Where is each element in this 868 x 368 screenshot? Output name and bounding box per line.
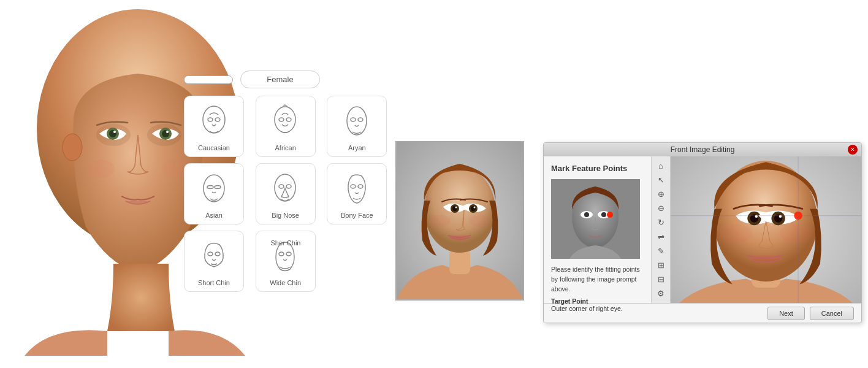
zoom-in-icon[interactable]: ⊕ [654, 188, 668, 200]
svg-point-31 [279, 252, 284, 256]
face-card-african[interactable]: African [256, 96, 316, 157]
panel-close-btn[interactable]: ✕ [848, 145, 858, 155]
svg-point-61 [780, 224, 813, 243]
svg-point-20 [358, 118, 363, 121]
face-card-shortchin[interactable]: Short Chin [184, 231, 244, 292]
svg-point-17 [286, 118, 291, 121]
female-btn[interactable]: Female [240, 71, 320, 88]
svg-point-9 [63, 134, 82, 161]
face-card-asian-label: Asian [205, 212, 223, 219]
face-card-aryan[interactable]: Aryan [327, 96, 387, 157]
face-card-aryan-label: Aryan [348, 144, 366, 151]
home-icon[interactable]: ⌂ [654, 160, 668, 172]
panel-main-image [671, 156, 861, 303]
svg-point-23 [215, 186, 221, 189]
svg-point-41 [474, 207, 476, 209]
feature-thumb-svg [551, 179, 640, 259]
layers-icon[interactable]: ⊟ [654, 274, 668, 285]
pen-icon[interactable]: ✎ [654, 245, 668, 257]
svg-point-16 [279, 118, 284, 121]
feature-description: Please identify the fitting points by fo… [551, 265, 644, 294]
panel-left-info: Mark Feature Points [544, 156, 651, 303]
blank-btn[interactable] [184, 75, 233, 84]
face-type-grid: Caucasian African Ar [184, 96, 392, 292]
svg-point-18 [347, 107, 367, 135]
face-card-asian[interactable]: Asian [184, 163, 244, 224]
face-selector-panel: Female Caucasian [184, 71, 392, 292]
svg-point-38 [455, 207, 457, 209]
svg-point-32 [286, 252, 291, 256]
svg-point-21 [204, 175, 224, 202]
svg-point-43 [469, 215, 491, 227]
svg-point-50 [607, 212, 613, 218]
svg-point-60 [719, 224, 752, 243]
editing-panel: Front Image Editing ✕ Mark Feature Point… [543, 142, 862, 323]
svg-point-42 [428, 215, 451, 227]
cancel-button[interactable]: Cancel [810, 307, 854, 320]
grid-icon[interactable]: ⊞ [654, 259, 668, 271]
zoom-out-icon[interactable]: ⊖ [654, 202, 668, 214]
next-button[interactable]: Next [767, 307, 805, 320]
svg-point-26 [286, 185, 291, 188]
face-card-bignose[interactable]: Big Nose [256, 163, 316, 224]
svg-point-29 [208, 252, 213, 256]
svg-point-27 [351, 185, 356, 188]
svg-point-22 [207, 186, 213, 189]
panel-title: Front Image Editing [671, 145, 735, 154]
panel-toolbar: ⌂ ↖ ⊕ ⊖ ↻ ⇌ ✎ ⊞ ⊟ ⚙ [651, 156, 671, 303]
svg-point-25 [279, 185, 284, 188]
face-card-caucasian[interactable]: Caucasian [184, 96, 244, 157]
panel-header: Front Image Editing ✕ [544, 143, 861, 156]
svg-point-49 [601, 212, 606, 217]
photo-area [395, 141, 524, 301]
face-card-widechin-label: Wide Chin [270, 279, 301, 286]
face-card-caucasian-label: Caucasian [198, 144, 230, 151]
cursor-icon[interactable]: ↖ [654, 174, 668, 186]
face-card-african-label: African [275, 144, 296, 151]
svg-point-8 [166, 131, 169, 133]
face-card-bonyface[interactable]: Bony Face [327, 163, 387, 224]
mark-feature-title: Mark Feature Points [551, 164, 644, 173]
svg-point-15 [275, 107, 295, 132]
svg-point-28 [358, 185, 363, 188]
svg-point-30 [215, 252, 220, 256]
svg-point-14 [215, 118, 220, 121]
svg-point-13 [208, 118, 213, 121]
panel-face-svg [671, 156, 861, 303]
svg-point-47 [584, 212, 589, 217]
woman-photo-svg [397, 142, 523, 299]
target-point-value: Outer corner of right eye. [551, 305, 644, 312]
flip-icon[interactable]: ⇌ [654, 231, 668, 242]
sher-chin-label: Sher Chin [255, 239, 316, 247]
face-card-shortchin-label: Short Chin [198, 279, 230, 286]
rotate-icon[interactable]: ↻ [654, 217, 668, 228]
svg-point-5 [113, 131, 116, 133]
feature-thumb [551, 179, 640, 259]
svg-point-10 [88, 159, 115, 178]
settings-icon[interactable]: ⚙ [654, 288, 668, 299]
target-point-label: Target Point [551, 297, 644, 305]
gender-selector-row: Female [184, 71, 392, 88]
svg-point-19 [351, 118, 356, 121]
face-card-bonyface-label: Bony Face [341, 212, 373, 219]
face-card-bignose-label: Big Nose [272, 212, 299, 219]
panel-body: Mark Feature Points [544, 156, 861, 303]
svg-point-12 [203, 106, 225, 133]
svg-rect-34 [449, 250, 470, 274]
